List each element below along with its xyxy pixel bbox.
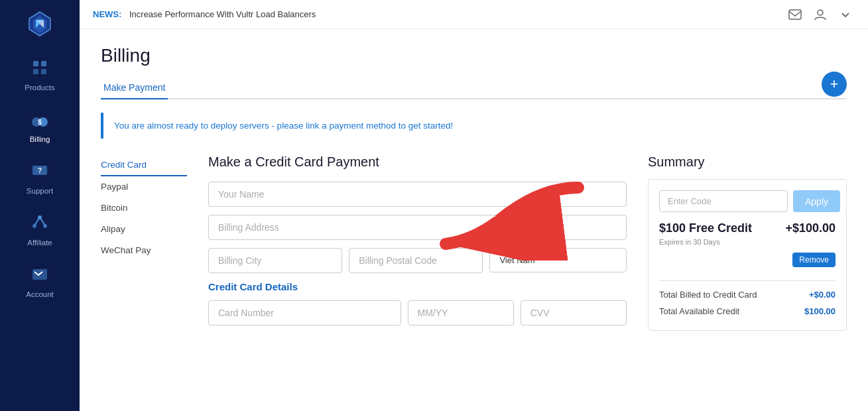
total-available-label: Total Available Credit: [659, 306, 739, 316]
news-bar: NEWS: Increase Performance With Vultr Lo…: [93, 9, 316, 19]
summary-box: Apply $100 Free Credit +$100.00 Expires …: [648, 179, 847, 331]
alert-text: You are almost ready to deploy servers -…: [114, 121, 453, 131]
sidebar-item-billing[interactable]: $ Billing: [0, 99, 80, 151]
remove-button[interactable]: Remove: [792, 253, 836, 267]
free-credit-label: $100 Free Credit: [659, 221, 752, 235]
billing-icon: $: [28, 107, 52, 131]
topbar-actions: [786, 5, 855, 24]
sidebar: Products $ Billing ? Support: [0, 0, 80, 411]
payment-method-paypal[interactable]: Paypal: [101, 176, 187, 198]
sidebar-item-support-label: Support: [27, 187, 53, 195]
page-title: Billing: [101, 45, 847, 66]
billing-address-input[interactable]: [208, 215, 627, 240]
sidebar-item-account[interactable]: Account: [0, 255, 80, 306]
support-icon: ?: [28, 159, 52, 183]
billing-country-label: Billing Country/Region: [496, 249, 555, 256]
payment-method-alipay[interactable]: Alipay: [101, 219, 187, 240]
sidebar-item-products-label: Products: [25, 84, 54, 91]
card-expiry-input[interactable]: [408, 300, 514, 325]
promo-row: Apply: [659, 190, 836, 212]
sidebar-item-affiliate[interactable]: Affiliate: [0, 203, 80, 255]
credit-card-details-label: Credit Card Details: [208, 281, 627, 292]
sidebar-item-products[interactable]: Products: [0, 48, 80, 99]
summary-title: Summary: [648, 154, 847, 170]
sidebar-item-billing-label: Billing: [30, 135, 50, 143]
svg-rect-6: [41, 61, 46, 66]
payment-method-credit-card[interactable]: Credit Card: [101, 154, 187, 176]
account-icon: [28, 263, 52, 286]
svg-rect-20: [789, 10, 801, 19]
card-details-row: [208, 300, 627, 325]
credit-header-row: $100 Free Credit +$100.00: [659, 221, 836, 235]
tab-make-payment[interactable]: Make Payment: [101, 77, 168, 99]
billing-address-row: [208, 215, 627, 240]
form-title: Make a Credit Card Payment: [208, 154, 627, 170]
apply-button[interactable]: Apply: [793, 190, 840, 212]
total-available-amount: $100.00: [804, 306, 836, 316]
promo-code-input[interactable]: [659, 190, 788, 212]
sidebar-item-affiliate-label: Affiliate: [27, 239, 52, 247]
payment-methods-list: Credit Card Paypal Bitcoin Alipay WeChat…: [101, 154, 187, 333]
sidebar-item-support[interactable]: ? Support: [0, 151, 80, 203]
summary-divider: [659, 280, 836, 281]
total-billed-row: Total Billed to Credit Card +$0.00: [659, 286, 836, 303]
total-billed-amount: +$0.00: [809, 290, 836, 300]
products-icon: [28, 56, 52, 80]
card-number-input[interactable]: [208, 300, 401, 325]
svg-rect-5: [33, 61, 38, 66]
mail-icon[interactable]: [786, 5, 804, 24]
total-available-row: Total Available Credit $100.00: [659, 303, 836, 320]
svg-point-17: [32, 224, 36, 228]
chevron-down-icon[interactable]: [836, 5, 855, 24]
total-billed-label: Total Billed to Credit Card: [659, 290, 757, 300]
tab-bar: Make Payment +: [101, 77, 847, 99]
svg-rect-7: [33, 69, 38, 74]
user-icon[interactable]: [811, 5, 830, 24]
billing-city-row: Billing Country/Region Viet Nam: [208, 248, 627, 273]
svg-point-21: [818, 10, 823, 15]
billing-city-input[interactable]: [208, 248, 342, 273]
billing-country-wrapper: Billing Country/Region Viet Nam: [489, 248, 627, 273]
payment-layout: Credit Card Paypal Bitcoin Alipay WeChat…: [101, 154, 847, 333]
topbar: NEWS: Increase Performance With Vultr Lo…: [80, 0, 868, 29]
free-credit-amount: +$100.00: [785, 221, 836, 235]
news-label: NEWS:: [93, 9, 121, 19]
payment-method-wechat[interactable]: WeChat Pay: [101, 240, 187, 261]
sidebar-item-account-label: Account: [26, 290, 54, 298]
logo[interactable]: [0, 0, 80, 48]
credit-card-form: Make a Credit Card Payment Billing Count…: [208, 154, 627, 333]
svg-point-18: [43, 224, 47, 228]
svg-text:$: $: [38, 119, 42, 126]
svg-text:?: ?: [38, 167, 42, 174]
your-name-row: [208, 182, 627, 207]
card-cvv-input[interactable]: [521, 300, 627, 325]
add-button[interactable]: +: [822, 72, 847, 97]
page-content: Billing Make Payment + You are almost re…: [80, 29, 868, 411]
news-text: Increase Performance With Vultr Load Bal…: [129, 9, 316, 19]
payment-method-bitcoin[interactable]: Bitcoin: [101, 198, 187, 219]
expires-text: Expires in 30 Days: [659, 238, 836, 246]
svg-point-16: [38, 215, 42, 219]
summary-panel: Summary Apply $100 Free Credit +$100.00 …: [648, 154, 847, 333]
your-name-input[interactable]: [208, 182, 627, 207]
affiliate-icon: [28, 211, 52, 235]
main-content: NEWS: Increase Performance With Vultr Lo…: [80, 0, 868, 411]
billing-postal-input[interactable]: [349, 248, 483, 273]
alert-banner: You are almost ready to deploy servers -…: [101, 113, 847, 139]
svg-rect-8: [41, 69, 46, 74]
